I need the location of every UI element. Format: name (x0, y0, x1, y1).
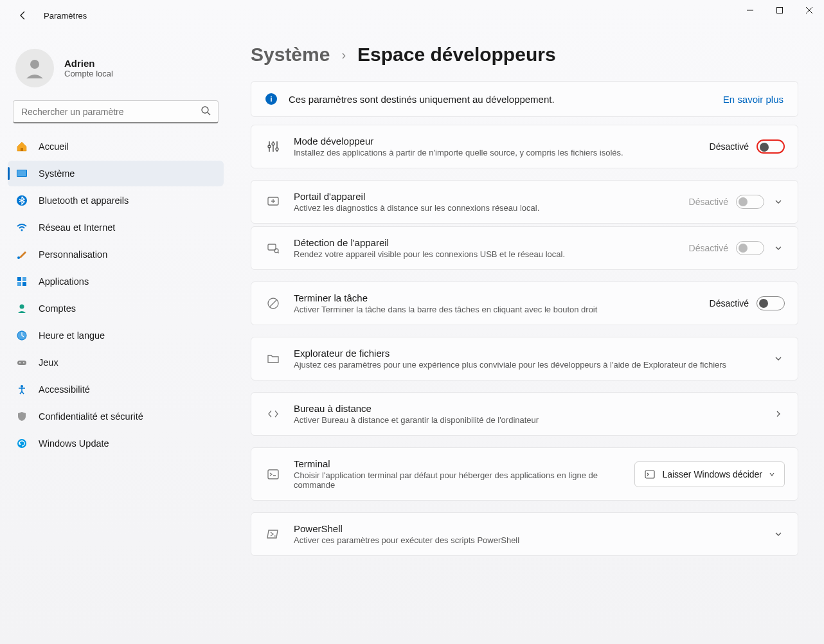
expand-button[interactable] (772, 530, 785, 538)
svg-rect-32 (645, 470, 654, 478)
learn-more-link[interactable]: En savoir plus (723, 94, 784, 105)
accessibility-icon (15, 383, 28, 396)
sidebar-item-label: Bluetooth et appareils (39, 195, 129, 206)
sidebar-item-accessibility[interactable]: Accessibilité (8, 377, 224, 402)
remote-icon (264, 407, 282, 421)
sidebar-item-system[interactable]: Système (8, 161, 224, 186)
svg-point-20 (21, 385, 23, 388)
setting-title: Explorateur de fichiers (294, 348, 760, 359)
setting-title: Terminer la tâche (294, 292, 698, 303)
svg-point-24 (276, 148, 278, 150)
sidebar-item-label: Applications (39, 276, 89, 287)
minimize-button[interactable] (735, 0, 765, 21)
expand-button[interactable] (772, 355, 785, 362)
setting-desc: Ajustez ces paramètres pour une expérien… (294, 360, 760, 370)
svg-point-15 (20, 305, 24, 309)
info-banner-text: Ces paramètres sont destinés uniquement … (289, 94, 723, 105)
setting-device-discovery[interactable]: Détection de l'appareil Rendez votre app… (251, 226, 798, 270)
back-button[interactable] (13, 5, 33, 26)
svg-rect-17 (17, 361, 26, 365)
developer-mode-toggle[interactable] (757, 139, 785, 154)
svg-point-22 (268, 145, 271, 148)
sidebar-item-apps[interactable]: Applications (8, 269, 224, 294)
device-discovery-toggle (736, 241, 764, 255)
setting-desc: Activer Bureau à distance et garantir la… (294, 415, 760, 425)
setting-desc: Activer ces paramètres pour exécuter des… (294, 535, 760, 545)
sidebar-item-home[interactable]: Accueil (8, 134, 224, 159)
prohibit-icon (264, 296, 282, 310)
terminal-dropdown[interactable]: Laisser Windows décider (634, 461, 785, 487)
sidebar-item-privacy[interactable]: Confidentialité et sécurité (8, 404, 224, 429)
sidebar-item-label: Confidentialité et sécurité (39, 411, 143, 422)
navigate-button[interactable] (772, 410, 785, 418)
svg-rect-1 (777, 8, 783, 13)
info-icon: i (265, 93, 277, 105)
setting-desc: Activer Terminer la tâche dans la barre … (294, 305, 698, 314)
toggle-state-label: Désactivé (689, 243, 728, 253)
setting-terminal: Terminal Choisir l'application terminal … (251, 447, 798, 501)
close-button[interactable] (794, 0, 824, 21)
svg-rect-5 (21, 148, 23, 151)
setting-device-portal[interactable]: Portail d'appareil Activez les diagnosti… (251, 180, 798, 224)
svg-point-2 (30, 60, 39, 69)
setting-powershell[interactable]: PowerShell Activer ces paramètres pour e… (251, 512, 798, 556)
svg-point-23 (272, 143, 274, 145)
info-banner: i Ces paramètres sont destinés uniquemen… (251, 81, 798, 117)
svg-line-28 (278, 252, 279, 253)
sidebar-item-label: Système (39, 168, 75, 179)
svg-rect-26 (268, 244, 276, 250)
profile-section[interactable]: Adrien Compte local (8, 44, 224, 100)
expand-button[interactable] (772, 244, 785, 252)
sidebar-item-label: Windows Update (39, 438, 109, 449)
terminal-small-icon (644, 469, 656, 480)
setting-developer-mode: Mode développeur Installez des applicati… (251, 125, 798, 168)
system-icon (15, 167, 28, 180)
setting-title: Bureau à distance (294, 403, 760, 414)
sidebar-item-bluetooth[interactable]: Bluetooth et appareils (8, 188, 224, 213)
person-icon (15, 302, 28, 315)
breadcrumb-separator: › (341, 48, 346, 62)
setting-file-explorer[interactable]: Explorateur de fichiers Ajustez ces para… (251, 337, 798, 380)
setting-remote-desktop[interactable]: Bureau à distance Activer Bureau à dista… (251, 392, 798, 436)
end-task-toggle[interactable] (757, 296, 785, 310)
update-icon (15, 437, 28, 450)
svg-rect-7 (17, 170, 26, 176)
sidebar-item-time-language[interactable]: Heure et langue (8, 323, 224, 348)
sidebar-item-windows-update[interactable]: Windows Update (8, 431, 224, 456)
toggle-state-label: Désactivé (689, 197, 728, 207)
gamepad-icon (15, 356, 28, 369)
discovery-icon (264, 241, 282, 255)
sidebar-item-label: Comptes (39, 303, 76, 314)
svg-point-21 (17, 439, 26, 448)
setting-desc: Choisir l'application terminal par défau… (294, 470, 623, 490)
wifi-icon (15, 221, 28, 234)
maximize-button[interactable] (765, 0, 794, 21)
tools-icon (264, 139, 282, 154)
setting-title: Portail d'appareil (294, 191, 677, 202)
powershell-icon (264, 527, 282, 541)
svg-rect-13 (17, 282, 21, 286)
sidebar-item-label: Heure et langue (39, 330, 105, 341)
bluetooth-icon (15, 194, 28, 207)
sidebar-item-gaming[interactable]: Jeux (8, 350, 224, 375)
terminal-icon (264, 467, 282, 481)
svg-rect-31 (268, 470, 278, 479)
setting-title: PowerShell (294, 523, 760, 534)
toggle-state-label: Désactivé (710, 298, 749, 309)
sidebar-item-personalization[interactable]: Personnalisation (8, 242, 224, 267)
breadcrumb-parent[interactable]: Système (251, 44, 330, 66)
search-icon (201, 105, 211, 118)
page-title: Espace développeurs (357, 44, 555, 66)
svg-rect-11 (17, 277, 21, 281)
svg-point-10 (17, 256, 20, 259)
sidebar-item-label: Réseau et Internet (39, 222, 115, 233)
device-portal-toggle (736, 195, 764, 209)
sidebar-item-label: Accueil (39, 141, 69, 152)
setting-title: Mode développeur (294, 136, 698, 147)
search-input[interactable] (13, 100, 219, 123)
sidebar-item-accounts[interactable]: Comptes (8, 296, 224, 321)
clock-globe-icon (15, 329, 28, 342)
expand-button[interactable] (772, 198, 785, 206)
svg-point-9 (21, 229, 23, 231)
sidebar-item-network[interactable]: Réseau et Internet (8, 215, 224, 240)
